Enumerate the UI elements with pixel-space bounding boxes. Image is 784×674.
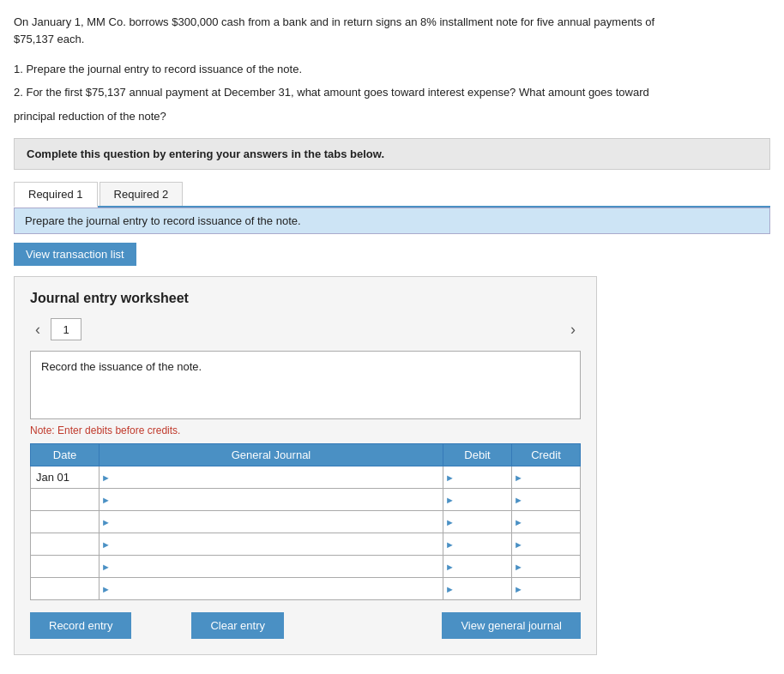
tab-required-2[interactable]: Required 2: [100, 182, 184, 206]
debit-cell[interactable]: ►: [443, 466, 512, 489]
journal-cell[interactable]: ►: [100, 489, 443, 511]
cell-arrow-icon: ►: [512, 584, 525, 594]
debit-input[interactable]: [456, 578, 511, 599]
credit-input[interactable]: [525, 511, 580, 533]
tabs-container: Required 1 Required 2: [14, 182, 770, 208]
question-2: 2. For the first $75,137 annual payment …: [14, 82, 770, 102]
cell-arrow-icon: ►: [443, 472, 456, 483]
credit-input[interactable]: [525, 489, 580, 510]
journal-cell[interactable]: ►: [100, 466, 443, 489]
credit-cell[interactable]: ►: [512, 533, 581, 556]
debit-cell[interactable]: ►: [443, 578, 512, 600]
journal-table: Date General Journal Debit Credit Jan 01…: [30, 443, 581, 600]
journal-cell[interactable]: ►: [100, 511, 443, 533]
question-2b: principal reduction of the note?: [14, 106, 770, 126]
clear-entry-button[interactable]: Clear entry: [191, 612, 284, 639]
credit-input[interactable]: [525, 466, 580, 488]
credit-input[interactable]: [525, 533, 580, 555]
debit-input[interactable]: [456, 511, 511, 533]
journal-cell[interactable]: ►: [100, 578, 443, 600]
credit-cell[interactable]: ►: [512, 489, 581, 511]
journal-input[interactable]: [112, 533, 443, 555]
debit-cell[interactable]: ►: [443, 511, 512, 533]
debit-input[interactable]: [456, 466, 511, 488]
note-text: Note: Enter debits before credits.: [30, 424, 581, 436]
col-header-journal: General Journal: [100, 444, 443, 466]
cell-arrow-icon: ►: [100, 495, 112, 505]
col-header-credit: Credit: [512, 444, 581, 466]
table-row: ► ► ►: [31, 489, 581, 511]
date-cell: [31, 556, 100, 578]
record-entry-button[interactable]: Record entry: [30, 612, 131, 639]
credit-cell[interactable]: ►: [512, 578, 581, 600]
cell-arrow-icon: ►: [100, 539, 112, 550]
table-row: ► ► ►: [31, 556, 581, 578]
intro-paragraph: On January 1, MM Co. borrows $300,000 ca…: [14, 14, 770, 47]
page-number: 1: [51, 318, 81, 340]
worksheet-box: Journal entry worksheet ‹ 1 › Record the…: [14, 276, 597, 655]
table-row: ► ► ►: [31, 511, 581, 533]
credit-input[interactable]: [525, 556, 580, 577]
cell-arrow-icon: ►: [512, 472, 525, 483]
view-transaction-list-button[interactable]: View transaction list: [14, 243, 136, 266]
cell-arrow-icon: ►: [100, 584, 112, 594]
cell-arrow-icon: ►: [100, 472, 112, 483]
cell-arrow-icon: ►: [100, 517, 112, 527]
journal-cell[interactable]: ►: [100, 556, 443, 578]
description-box: Record the issuance of the note.: [30, 351, 581, 419]
view-general-journal-button[interactable]: View general journal: [442, 612, 581, 639]
table-row: ► ► ►: [31, 533, 581, 556]
cell-arrow-icon: ►: [443, 562, 456, 572]
date-cell: [31, 489, 100, 511]
journal-input[interactable]: [112, 578, 443, 599]
debit-cell[interactable]: ►: [443, 489, 512, 511]
date-cell: [31, 511, 100, 533]
table-row: ► ► ►: [31, 578, 581, 600]
journal-cell[interactable]: ►: [100, 533, 443, 556]
cell-arrow-icon: ►: [443, 584, 456, 594]
next-arrow[interactable]: ›: [565, 321, 581, 339]
credit-cell[interactable]: ►: [512, 511, 581, 533]
cell-arrow-icon: ►: [512, 539, 525, 550]
cell-arrow-icon: ►: [443, 517, 456, 527]
debit-cell[interactable]: ►: [443, 533, 512, 556]
cell-arrow-icon: ►: [512, 495, 525, 505]
date-cell: [31, 533, 100, 556]
debit-input[interactable]: [456, 489, 511, 510]
col-header-date: Date: [31, 444, 100, 466]
cell-arrow-icon: ►: [512, 562, 525, 572]
journal-input[interactable]: [112, 489, 443, 510]
credit-cell[interactable]: ►: [512, 556, 581, 578]
credit-input[interactable]: [525, 578, 580, 599]
date-cell: [31, 578, 100, 600]
question-1: 1. Prepare the journal entry to record i…: [14, 59, 770, 79]
debit-cell[interactable]: ►: [443, 556, 512, 578]
table-row: Jan 01 ► ► ►: [31, 466, 581, 489]
cell-arrow-icon: ►: [100, 562, 112, 572]
debit-input[interactable]: [456, 556, 511, 577]
journal-input[interactable]: [112, 511, 443, 533]
bottom-buttons: Record entry Clear entry View general jo…: [30, 612, 581, 639]
instruction-box: Complete this question by entering your …: [14, 138, 770, 170]
cell-arrow-icon: ►: [443, 495, 456, 505]
tab-required-1[interactable]: Required 1: [14, 182, 98, 208]
nav-row: ‹ 1 ›: [30, 318, 581, 340]
cell-arrow-icon: ►: [512, 517, 525, 527]
worksheet-title: Journal entry worksheet: [30, 291, 581, 306]
credit-cell[interactable]: ►: [512, 466, 581, 489]
journal-input[interactable]: [112, 556, 443, 577]
cell-arrow-icon: ►: [443, 539, 456, 550]
col-header-debit: Debit: [443, 444, 512, 466]
date-cell: Jan 01: [31, 466, 100, 489]
section-header: Prepare the journal entry to record issu…: [14, 208, 770, 234]
journal-input[interactable]: [112, 466, 443, 488]
prev-arrow[interactable]: ‹: [30, 321, 45, 339]
debit-input[interactable]: [456, 533, 511, 555]
questions-section: 1. Prepare the journal entry to record i…: [14, 59, 770, 126]
